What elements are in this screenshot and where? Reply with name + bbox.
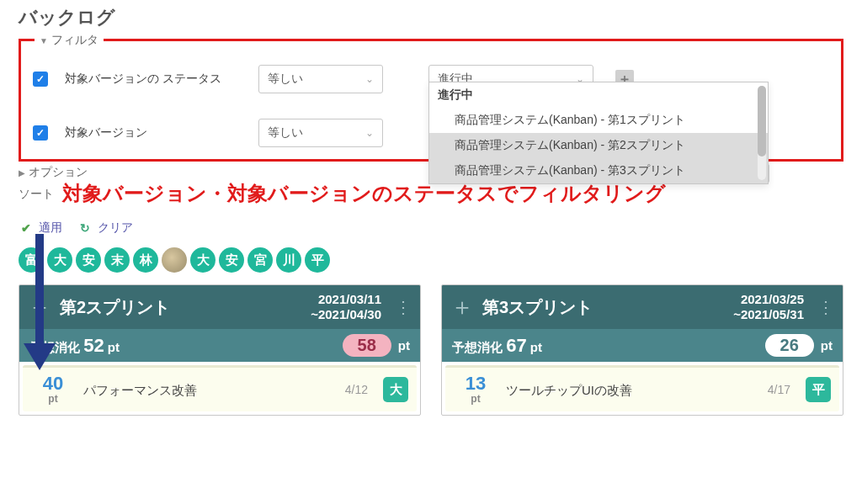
card-title: ツールチップUIの改善 [506, 381, 759, 399]
operator-select-status[interactable]: 等しい ⌄ [258, 65, 383, 93]
avatar[interactable]: 安 [219, 247, 244, 273]
avatar[interactable]: 大 [190, 247, 216, 273]
value-select-version-wrap: 進行中 商品管理システム(Kanban) - 第1スプリント 商品管理システム(… [428, 119, 593, 147]
operator-select-version[interactable]: 等しい ⌄ [258, 119, 383, 147]
clear-label: クリア [98, 220, 133, 236]
badge-unit: pt [398, 338, 410, 353]
card-date: 4/12 [345, 383, 368, 396]
est-points: 52 [83, 335, 104, 356]
filter-label-status: 対象バージョンの ステータス [65, 72, 242, 87]
checkbox-version[interactable]: ✓ [33, 125, 48, 141]
chevron-right-icon: ▶ [19, 168, 25, 178]
est-unit: pt [108, 340, 120, 354]
sprint-date-to: ~2021/05/31 [733, 307, 804, 321]
checkbox-status[interactable]: ✓ [33, 72, 48, 87]
sprint-columns: ＋ 第2スプリント 2021/03/11 ~2021/04/30 ⋮ 予想消化 … [0, 284, 862, 416]
dropdown-group-label: 進行中 [429, 82, 768, 108]
sprint-estimate: 予想消化 67 pt [452, 335, 765, 357]
operator-select-status-value: 等しい [268, 72, 303, 87]
kebab-menu-icon[interactable]: ⋮ [812, 297, 834, 317]
backlog-card[interactable]: 13 pt ツールチップUIの改善 4/17 平 [445, 365, 839, 411]
sprint-header: ＋ 第2スプリント 2021/03/11 ~2021/04/30 ⋮ [19, 285, 420, 329]
scrollbar-thumb[interactable] [758, 86, 766, 157]
card-points-value: 40 [31, 374, 75, 393]
avatar[interactable]: 安 [76, 247, 101, 273]
sprint-dates: 2021/03/25 ~2021/05/31 [733, 292, 804, 322]
dropdown-option[interactable]: 商品管理システム(Kanban) - 第3スプリント [429, 158, 768, 183]
sprint-header: ＋ 第3スプリント 2021/03/25 ~2021/05/31 ⋮ [442, 285, 843, 329]
card-date: 4/17 [768, 383, 790, 396]
avatar-row: 富 大 安 末 林 大 安 宮 川 平 [0, 247, 862, 284]
avatar[interactable]: 末 [104, 247, 130, 273]
filter-actions: ✔ 適用 ↻ クリア [0, 220, 862, 247]
sprint-estimate: 予想消化 52 pt [29, 335, 343, 357]
sprint-date-to: ~2021/04/30 [311, 307, 381, 321]
est-label: 予想消化 [452, 340, 503, 354]
avatar[interactable]: 宮 [247, 247, 273, 273]
filter-legend[interactable]: ▼ フィルタ [35, 33, 104, 48]
card-assignee-badge[interactable]: 平 [806, 377, 831, 402]
est-unit: pt [530, 340, 542, 354]
sprint-subheader: 予想消化 52 pt 58 pt [19, 329, 420, 362]
est-points: 67 [506, 335, 526, 356]
chevron-down-icon: ⌄ [365, 127, 374, 139]
card-assignee-badge[interactable]: 大 [383, 377, 408, 402]
dropdown-option[interactable]: 商品管理システム(Kanban) - 第2スプリント [429, 133, 768, 158]
annotation-arrow [30, 234, 47, 377]
badge-unit: pt [821, 338, 833, 353]
chevron-down-icon: ▼ [40, 36, 48, 45]
card-title: パフォーマンス改善 [83, 381, 337, 399]
reload-icon: ↻ [77, 220, 93, 236]
sprint-title: 第2スプリント [60, 296, 302, 319]
sprint-title: 第3スプリント [482, 296, 725, 319]
sprint-badge: 26 [765, 334, 814, 357]
sprint-column: ＋ 第2スプリント 2021/03/11 ~2021/04/30 ⋮ 予想消化 … [19, 284, 421, 416]
sprint-badge: 58 [343, 334, 391, 357]
sprint-subheader: 予想消化 67 pt 26 pt [442, 329, 843, 362]
filter-panel: ▼ フィルタ ✓ 対象バージョンの ステータス 等しい ⌄ 進行中 ⌄ ＋ ✓ … [19, 39, 843, 162]
filter-legend-label: フィルタ [51, 33, 98, 48]
filter-row-version: ✓ 対象バージョン 等しい ⌄ 進行中 商品管理システム(Kanban) - 第… [33, 119, 829, 147]
filter-label-version: 対象バージョン [65, 125, 242, 141]
card-points-unit: pt [31, 393, 75, 405]
clear-button[interactable]: ↻ クリア [77, 220, 133, 236]
page-title: バックログ [0, 0, 862, 39]
version-dropdown: 進行中 商品管理システム(Kanban) - 第1スプリント 商品管理システム(… [428, 82, 769, 184]
backlog-card[interactable]: 40 pt パフォーマンス改善 4/12 大 [23, 365, 417, 411]
add-card-button[interactable]: ＋ [450, 295, 474, 319]
dropdown-option[interactable]: 商品管理システム(Kanban) - 第1スプリント [429, 108, 768, 133]
avatar[interactable]: 川 [276, 247, 301, 273]
card-points-value: 13 [454, 374, 498, 393]
avatar[interactable]: 林 [133, 247, 158, 273]
sprint-date-from: 2021/03/25 [741, 292, 804, 306]
card-points-unit: pt [454, 393, 498, 405]
options-label: オプション [29, 165, 88, 180]
card-points: 40 pt [31, 374, 75, 405]
sprint-dates: 2021/03/11 ~2021/04/30 [311, 292, 381, 322]
avatar[interactable]: 大 [47, 247, 72, 273]
chevron-down-icon: ⌄ [365, 73, 374, 85]
sprint-date-from: 2021/03/11 [318, 292, 381, 306]
kebab-menu-icon[interactable]: ⋮ [390, 297, 412, 317]
sprint-column: ＋ 第3スプリント 2021/03/25 ~2021/05/31 ⋮ 予想消化 … [441, 284, 843, 416]
card-points: 13 pt [454, 374, 498, 405]
avatar[interactable]: 平 [305, 247, 330, 273]
avatar[interactable] [162, 247, 187, 273]
operator-select-version-value: 等しい [268, 125, 303, 141]
